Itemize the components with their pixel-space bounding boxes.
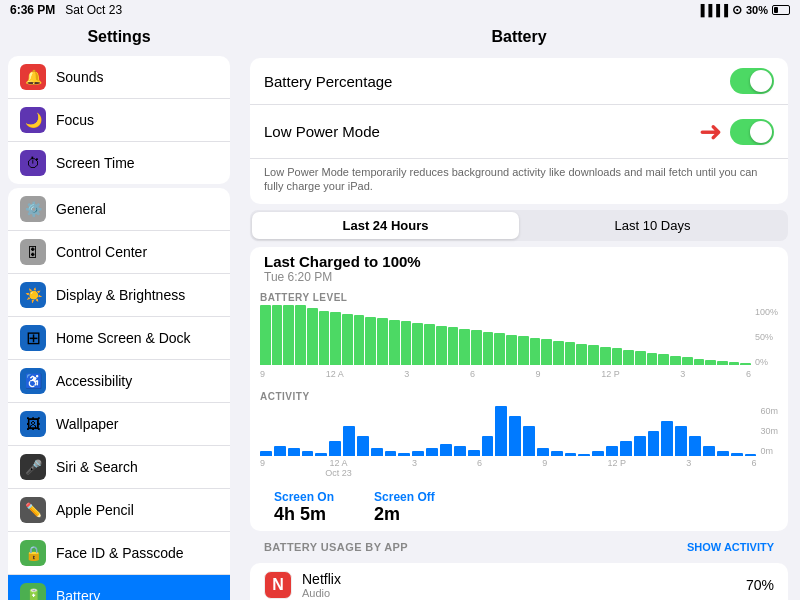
app-list-item[interactable]: N Netflix Audio 70% — [250, 563, 788, 600]
battery-level-chart: BATTERY LEVEL 9 12 A 3 6 9 12 P 3 6 — [250, 286, 788, 385]
battery-bar — [436, 326, 447, 365]
battery-bar — [295, 305, 306, 365]
battery-bar — [283, 305, 294, 365]
control-center-label: Control Center — [56, 244, 147, 260]
battery-bar — [717, 361, 728, 365]
activity-bar — [592, 451, 604, 456]
activity-bar — [302, 451, 314, 456]
battery-bar — [354, 315, 365, 364]
low-power-label: Low Power Mode — [264, 123, 380, 140]
battery-label: Battery — [56, 588, 100, 600]
screen-stats: Screen On 4h 5m Screen Off 2m — [262, 484, 776, 531]
battery-bar — [682, 357, 693, 364]
battery-bar — [506, 335, 517, 365]
sidebar-item-wallpaper[interactable]: 🖼 Wallpaper — [8, 403, 230, 446]
charged-info-card: Last Charged to 100% Tue 6:20 PM BATTERY… — [250, 247, 788, 531]
battery-bar — [576, 344, 587, 365]
battery-percentage-label: Battery Percentage — [264, 73, 392, 90]
face-id-label: Face ID & Passcode — [56, 545, 184, 561]
battery-bar — [260, 305, 271, 365]
app-icon-netflix: N — [264, 571, 292, 599]
activity-bar — [689, 436, 701, 456]
sidebar-item-home-screen[interactable]: ⊞ Home Screen & Dock — [8, 317, 230, 360]
battery-x-labels: 9 12 A 3 6 9 12 P 3 6 — [260, 369, 751, 379]
pencil-label: Apple Pencil — [56, 502, 134, 518]
activity-bar — [703, 446, 715, 456]
app-info-netflix: Netflix Audio — [302, 571, 746, 599]
activity-label: ACTIVITY — [260, 391, 778, 402]
app-usage-card: N Netflix Audio 70% 📝 Notes 6% 🌈 Photos … — [250, 563, 788, 600]
low-power-note: Low Power Mode temporarily reduces backg… — [250, 159, 788, 204]
battery-bars-area: 9 12 A 3 6 9 12 P 3 6 — [260, 307, 751, 379]
focus-label: Focus — [56, 112, 94, 128]
sidebar-item-general[interactable]: ⚙️ General — [8, 188, 230, 231]
show-activity-btn[interactable]: SHOW ACTIVITY — [687, 541, 774, 553]
battery-bar — [471, 330, 482, 365]
sidebar-item-battery[interactable]: 🔋 Battery — [8, 575, 230, 600]
screen-on-stat: Screen On 4h 5m — [274, 490, 334, 525]
time: 6:36 PM — [10, 3, 55, 17]
battery-bar — [518, 336, 529, 365]
sidebar-item-screen-time[interactable]: ⏱ Screen Time — [8, 142, 230, 184]
activity-bar — [468, 450, 480, 456]
sidebar-item-accessibility[interactable]: ♿ Accessibility — [8, 360, 230, 403]
sidebar-item-siri[interactable]: 🎤 Siri & Search — [8, 446, 230, 489]
siri-label: Siri & Search — [56, 459, 138, 475]
activity-bar — [357, 436, 369, 456]
sidebar-item-display-brightness[interactable]: ☀️ Display & Brightness — [8, 274, 230, 317]
battery-bar — [600, 347, 611, 365]
activity-bar — [329, 441, 341, 456]
display-label: Display & Brightness — [56, 287, 185, 303]
activity-bar — [440, 444, 452, 456]
date: Sat Oct 23 — [65, 3, 122, 17]
red-arrow-icon: ➜ — [699, 115, 722, 148]
battery-bar — [401, 321, 412, 364]
content-title: Battery — [238, 20, 800, 52]
battery-bar — [530, 338, 541, 365]
activity-bar — [398, 453, 410, 456]
battery-y-labels: 100% 50% 0% — [751, 307, 778, 367]
seg-10d[interactable]: Last 10 Days — [519, 212, 786, 239]
low-power-controls: ➜ — [699, 115, 774, 148]
activity-bar — [661, 421, 673, 456]
sidebar-group-2: ⚙️ General 🎛 Control Center ☀️ Display &… — [8, 188, 230, 600]
app-sub-netflix: Audio — [302, 587, 746, 599]
sidebar-item-sounds[interactable]: 🔔 Sounds — [8, 56, 230, 99]
battery-bar — [412, 323, 423, 365]
activity-chart-area: 9 12 AOct 23 3 6 9 12 P 3 6 60m 30m — [260, 406, 778, 478]
sidebar-item-face-id[interactable]: 🔒 Face ID & Passcode — [8, 532, 230, 575]
activity-bar — [620, 441, 632, 456]
status-bar: 6:36 PM Sat Oct 23 ▐▐▐▐ ⊙ 30% — [0, 0, 800, 20]
activity-bars-area: 9 12 AOct 23 3 6 9 12 P 3 6 — [260, 406, 756, 478]
battery-bar — [553, 341, 564, 365]
general-icon: ⚙️ — [20, 196, 46, 222]
sidebar-item-control-center[interactable]: 🎛 Control Center — [8, 231, 230, 274]
battery-bar — [448, 327, 459, 365]
wifi-icon: ⊙ — [732, 3, 742, 17]
battery-bar — [483, 332, 494, 365]
activity-bar — [578, 454, 590, 456]
battery-percentage: 30% — [746, 4, 768, 16]
screen-off-label: Screen Off — [374, 490, 435, 504]
battery-percentage-toggle[interactable] — [730, 68, 774, 94]
battery-toggles-card: Battery Percentage Low Power Mode ➜ Low … — [250, 58, 788, 204]
display-icon: ☀️ — [20, 282, 46, 308]
activity-bar — [454, 446, 466, 456]
status-left: 6:36 PM Sat Oct 23 — [10, 3, 122, 17]
focus-icon: 🌙 — [20, 107, 46, 133]
home-screen-label: Home Screen & Dock — [56, 330, 191, 346]
sidebar-item-pencil[interactable]: ✏️ Apple Pencil — [8, 489, 230, 532]
battery-fill — [774, 7, 778, 13]
battery-icon — [772, 5, 790, 15]
battery-bar — [647, 353, 658, 365]
activity-bar — [385, 451, 397, 456]
seg-24h[interactable]: Last 24 Hours — [252, 212, 519, 239]
activity-bar — [371, 448, 383, 456]
activity-bar — [606, 446, 618, 456]
low-power-toggle[interactable] — [730, 119, 774, 145]
sidebar-item-focus[interactable]: 🌙 Focus — [8, 99, 230, 142]
activity-bar — [412, 451, 424, 456]
battery-bar — [705, 360, 716, 365]
battery-usage-header: BATTERY USAGE BY APP SHOW ACTIVITY — [250, 537, 788, 557]
battery-percentage-row: Battery Percentage — [250, 58, 788, 105]
